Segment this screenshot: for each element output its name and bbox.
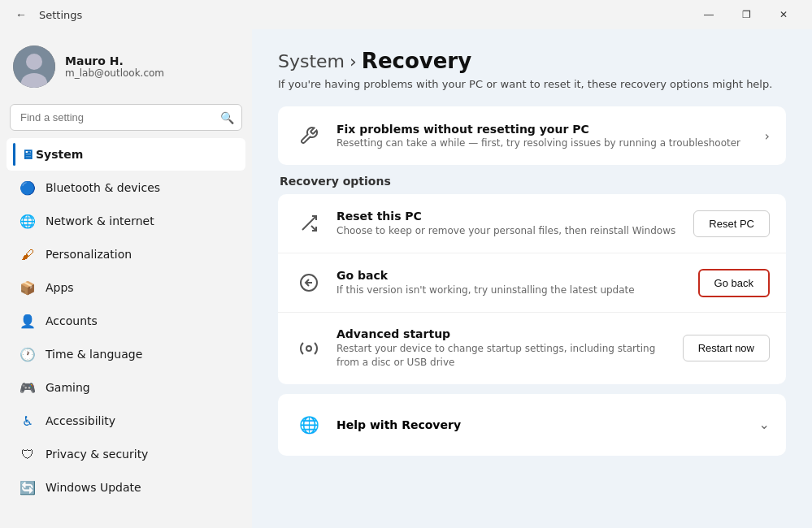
fix-desc: Resetting can take a while — first, try …	[337, 137, 752, 149]
active-indicator	[13, 143, 15, 166]
advanced-action: Restart now	[683, 335, 770, 361]
search-input[interactable]	[10, 104, 242, 131]
option-row-goback: Go back If this version isn't working, t…	[278, 253, 786, 313]
sidebar: Mauro H. m_lab@outlook.com 🔍 🖥 System 🔵 …	[0, 29, 252, 528]
sidebar-item-label: Network & internet	[46, 214, 154, 227]
maximize-button[interactable]: ❐	[727, 0, 765, 29]
close-button[interactable]: ✕	[765, 0, 802, 29]
nav-list: 🖥 System 🔵 Bluetooth & devices 🌐 Network…	[0, 137, 252, 504]
accessibility-icon: ♿	[20, 413, 36, 429]
user-section[interactable]: Mauro H. m_lab@outlook.com	[0, 36, 252, 97]
main-content: System › Recovery If you're having probl…	[252, 29, 812, 528]
window-controls: — ❐ ✕	[690, 0, 802, 29]
reset-icon	[294, 209, 323, 238]
titlebar: ← Settings — ❐ ✕	[0, 0, 812, 29]
sidebar-item-label: Accessibility	[46, 414, 115, 427]
help-card[interactable]: 🌐 Help with Recovery ⌄	[278, 394, 786, 456]
reset-text: Reset this PC Choose to keep or remove y…	[337, 210, 680, 238]
accounts-icon: 👤	[20, 313, 36, 329]
breadcrumb-current: Recovery	[362, 49, 471, 73]
breadcrumb-parent: System	[278, 51, 345, 71]
goback-text: Go back If this version isn't working, t…	[337, 269, 685, 297]
time-icon: 🕐	[20, 346, 36, 362]
sidebar-item-label: Gaming	[46, 381, 90, 394]
user-email: m_lab@outlook.com	[65, 67, 164, 79]
svg-point-1	[26, 54, 42, 70]
sidebar-item-accessibility[interactable]: ♿ Accessibility	[7, 405, 245, 437]
sidebar-item-label: Bluetooth & devices	[46, 181, 160, 194]
help-icon: 🌐	[294, 410, 323, 439]
advanced-title: Advanced startup	[337, 327, 670, 340]
fix-text: Fix problems without resetting your PC R…	[337, 123, 752, 149]
sidebar-item-gaming[interactable]: 🎮 Gaming	[7, 371, 245, 404]
advanced-icon	[294, 334, 323, 363]
advanced-text: Advanced startup Restart your device to …	[337, 327, 670, 370]
reset-title: Reset this PC	[337, 210, 680, 223]
sidebar-item-time[interactable]: 🕐 Time & language	[7, 338, 245, 370]
goback-title: Go back	[337, 269, 685, 282]
sidebar-item-personalization[interactable]: 🖌 Personalization	[7, 238, 245, 270]
back-button[interactable]: ←	[10, 3, 33, 26]
go-back-button[interactable]: Go back	[698, 269, 770, 297]
section-label-recovery: Recovery options	[278, 175, 786, 188]
option-row-reset: Reset this PC Choose to keep or remove y…	[278, 194, 786, 253]
chevron-right-icon: ›	[765, 128, 770, 144]
recovery-options-card: Reset this PC Choose to keep or remove y…	[278, 194, 786, 384]
minimize-button[interactable]: —	[690, 0, 727, 29]
goback-desc: If this version isn't working, try unins…	[337, 283, 685, 297]
sidebar-item-label: Accounts	[46, 314, 98, 327]
fix-problems-link[interactable]: Fix problems without resetting your PC R…	[278, 106, 786, 165]
system-icon: 🖥	[20, 146, 36, 162]
goback-action: Go back	[698, 269, 770, 297]
apps-icon: 📦	[20, 279, 36, 296]
search-box: 🔍	[10, 104, 242, 131]
sidebar-item-label: Personalization	[46, 248, 132, 261]
sidebar-item-accounts[interactable]: 👤 Accounts	[7, 305, 245, 337]
option-row-advanced: Advanced startup Restart your device to …	[278, 313, 786, 384]
sidebar-item-label: Windows Update	[46, 481, 141, 494]
reset-action: Reset PC	[693, 210, 770, 237]
sidebar-item-label: System	[36, 148, 83, 161]
reset-pc-button[interactable]: Reset PC	[693, 210, 770, 237]
update-icon: 🔄	[20, 479, 36, 496]
sidebar-item-label: Privacy & security	[46, 448, 148, 461]
fix-title: Fix problems without resetting your PC	[337, 123, 752, 136]
avatar	[13, 45, 55, 88]
reset-desc: Choose to keep or remove your personal f…	[337, 224, 680, 238]
sidebar-item-network[interactable]: 🌐 Network & internet	[7, 205, 245, 237]
sidebar-item-apps[interactable]: 📦 Apps	[7, 271, 245, 304]
sidebar-item-privacy[interactable]: 🛡 Privacy & security	[7, 438, 245, 470]
help-chevron-icon: ⌄	[759, 417, 770, 432]
user-name: Mauro H.	[65, 54, 164, 67]
personalization-icon: 🖌	[20, 246, 36, 262]
sidebar-item-system[interactable]: 🖥 System	[7, 138, 245, 171]
fix-icon	[294, 121, 323, 150]
user-info: Mauro H. m_lab@outlook.com	[65, 54, 164, 79]
sidebar-item-update[interactable]: 🔄 Windows Update	[7, 471, 245, 504]
sidebar-item-label: Time & language	[46, 348, 142, 361]
help-title: Help with Recovery	[337, 418, 746, 431]
app-title: Settings	[39, 9, 82, 21]
restart-now-button[interactable]: Restart now	[683, 335, 770, 361]
breadcrumb-separator: ›	[350, 51, 357, 71]
fix-problems-card[interactable]: Fix problems without resetting your PC R…	[278, 106, 786, 165]
sidebar-item-bluetooth[interactable]: 🔵 Bluetooth & devices	[7, 171, 245, 204]
breadcrumb: System › Recovery	[278, 49, 786, 73]
svg-point-7	[306, 346, 311, 351]
gaming-icon: 🎮	[20, 379, 36, 396]
goback-icon	[294, 268, 323, 297]
sidebar-item-label: Apps	[46, 281, 74, 294]
privacy-icon: 🛡	[20, 446, 36, 462]
advanced-desc: Restart your device to change startup se…	[337, 342, 670, 370]
network-icon: 🌐	[20, 213, 36, 229]
bluetooth-icon: 🔵	[20, 180, 36, 196]
page-subtitle: If you're having problems with your PC o…	[278, 78, 786, 90]
